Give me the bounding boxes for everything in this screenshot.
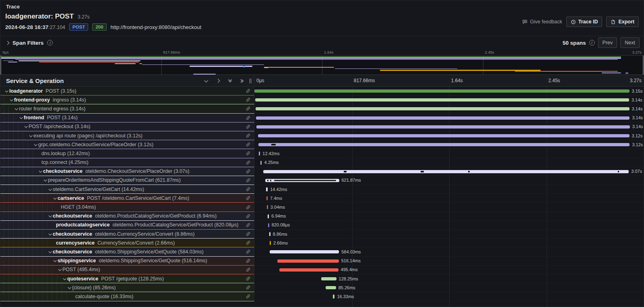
span-duration-bar[interactable] (266, 196, 268, 200)
span-link-icon[interactable] (246, 222, 251, 228)
span-duration-bar[interactable] (321, 277, 336, 280)
span-link-icon[interactable] (246, 267, 251, 272)
row-chevron-down-icon[interactable] (13, 108, 19, 110)
span-name-cell[interactable]: prepareOrderItemsAndShippingQuoteFromCar… (0, 176, 254, 185)
row-chevron-down-icon[interactable] (52, 197, 58, 199)
span-name-cell[interactable]: currencyserviceCurrencyService/Convert (… (0, 239, 254, 247)
collapse-one-icon[interactable] (203, 78, 208, 84)
span-name-cell[interactable]: checkoutserviceoteldemo.ShippingService/… (0, 247, 254, 256)
info-icon[interactable]: i (47, 40, 53, 46)
span-duration-bar[interactable] (256, 107, 630, 110)
span-link-icon[interactable] (246, 133, 251, 138)
span-link-icon[interactable] (246, 115, 251, 120)
span-duration-bar[interactable] (263, 170, 629, 173)
trace-minimap[interactable]: 0μs817.66ms1.64s2.45s3.27s (0, 49, 644, 75)
row-chevron-down-icon[interactable] (42, 179, 48, 181)
span-link-icon[interactable] (246, 231, 251, 236)
span-duration-bar[interactable] (265, 179, 339, 182)
row-chevron-down-icon[interactable] (47, 251, 53, 253)
span-duration-bar[interactable] (266, 187, 268, 191)
span-name-cell[interactable]: oteldemo.CartService/GetCart (14.42ms) (0, 185, 254, 194)
span-name-cell[interactable]: frontend-proxyingress (3.14s) (0, 95, 254, 104)
row-chevron-down-icon[interactable] (37, 170, 43, 172)
span-duration-bar[interactable] (256, 116, 630, 120)
span-name-cell[interactable]: HGET (3.04ms) (0, 203, 254, 212)
prev-button[interactable]: Prev (598, 37, 617, 48)
span-link-icon[interactable] (246, 169, 251, 174)
span-link-icon[interactable] (246, 97, 251, 102)
span-link-icon[interactable] (246, 88, 251, 93)
span-filters-toggle[interactable]: Span Filters i (6, 40, 53, 46)
span-name-cell[interactable]: {closure} (85.26ms) (0, 283, 254, 292)
span-name-cell[interactable]: checkoutserviceoteldemo.CurrencyService/… (0, 230, 254, 239)
span-link-icon[interactable] (246, 258, 251, 263)
row-chevron-down-icon[interactable] (66, 286, 72, 289)
span-count-info-icon[interactable]: i (589, 40, 595, 46)
span-name-cell[interactable]: grpc.oteldemo.CheckoutService/PlaceOrder… (0, 140, 254, 149)
span-duration-bar[interactable] (279, 268, 338, 272)
minimap-right-handle[interactable] (643, 56, 644, 75)
span-duration-bar[interactable] (260, 161, 262, 165)
span-link-icon[interactable] (246, 142, 251, 147)
span-link-icon[interactable] (246, 285, 251, 290)
give-feedback-link[interactable]: Give feedback (522, 19, 562, 25)
span-name-cell[interactable]: quoteservicePOST /getquote (128.25ms) (0, 274, 254, 283)
span-link-icon[interactable] (246, 106, 251, 111)
span-link-icon[interactable] (246, 178, 251, 183)
row-chevron-down-icon[interactable] (47, 188, 53, 191)
minimap-body[interactable] (0, 55, 644, 75)
minimap-left-handle[interactable] (0, 56, 1, 75)
span-link-icon[interactable] (246, 124, 251, 129)
span-name-cell[interactable]: dns.lookup (12.42ms) (0, 149, 254, 158)
span-name-cell[interactable]: POST (495.4ms) (0, 266, 254, 274)
span-name-cell[interactable]: frontendPOST (3.14s) (0, 114, 254, 122)
span-link-icon[interactable] (246, 294, 251, 299)
trace-id-button[interactable]: Trace ID (566, 17, 603, 27)
row-chevron-down-icon[interactable] (47, 233, 53, 235)
row-chevron-down-icon[interactable] (62, 278, 67, 280)
span-duration-bar[interactable] (255, 98, 629, 102)
export-button[interactable]: Export (606, 17, 639, 27)
row-chevron-down-icon[interactable] (4, 90, 9, 92)
row-chevron-down-icon[interactable] (47, 215, 53, 217)
span-link-icon[interactable] (246, 205, 251, 210)
span-name-cell[interactable]: router frontend egress (3.14s) (0, 104, 254, 113)
row-chevron-down-icon[interactable] (8, 99, 14, 101)
span-name-cell[interactable]: executing api route (pages) /api/checkou… (0, 131, 254, 140)
span-name-cell[interactable]: checkoutserviceoteldemo.CheckoutService/… (0, 167, 254, 176)
span-name-cell[interactable]: cartservicePOST /oteldemo.CartService/Ge… (0, 194, 254, 203)
row-chevron-down-icon[interactable] (57, 268, 62, 271)
span-link-icon[interactable] (246, 240, 251, 245)
span-name-cell[interactable]: shippingserviceoteldemo.ShippingService/… (0, 257, 254, 266)
span-duration-bar[interactable] (268, 223, 269, 227)
span-name-cell[interactable]: tcp.connect (4.25ms) (0, 158, 254, 167)
span-link-icon[interactable] (246, 160, 251, 165)
span-link-icon[interactable] (246, 276, 251, 281)
expand-one-icon[interactable] (215, 78, 221, 84)
row-chevron-down-icon[interactable] (18, 116, 24, 119)
span-duration-bar[interactable] (258, 143, 630, 146)
next-button[interactable]: Next (620, 37, 640, 48)
span-link-icon[interactable] (246, 195, 251, 201)
span-link-icon[interactable] (246, 214, 251, 219)
span-duration-bar[interactable] (277, 259, 339, 263)
span-duration-bar[interactable] (254, 89, 630, 93)
span-duration-bar[interactable] (326, 286, 336, 289)
span-name-cell[interactable]: calculate-quote (16.33ms) (0, 292, 254, 301)
expand-all-icon[interactable] (239, 78, 245, 84)
span-duration-bar[interactable] (270, 241, 271, 245)
collapse-all-icon[interactable] (227, 78, 233, 84)
span-duration-bar[interactable] (259, 151, 260, 156)
span-link-icon[interactable] (246, 151, 251, 156)
span-duration-bar[interactable] (333, 295, 335, 299)
span-duration-bar[interactable] (269, 232, 270, 236)
column-resize-handle[interactable] (250, 79, 252, 83)
span-duration-bar[interactable] (256, 125, 630, 129)
span-name-cell[interactable]: checkoutserviceoteldemo.ProductCatalogSe… (0, 212, 254, 221)
row-chevron-down-icon[interactable] (23, 125, 29, 128)
span-link-icon[interactable] (246, 249, 251, 254)
span-name-cell[interactable]: productcatalogserviceoteldemo.ProductCat… (0, 221, 254, 230)
row-chevron-down-icon[interactable] (52, 259, 58, 262)
span-duration-bar[interactable] (268, 214, 269, 218)
row-chevron-down-icon[interactable] (33, 143, 38, 146)
